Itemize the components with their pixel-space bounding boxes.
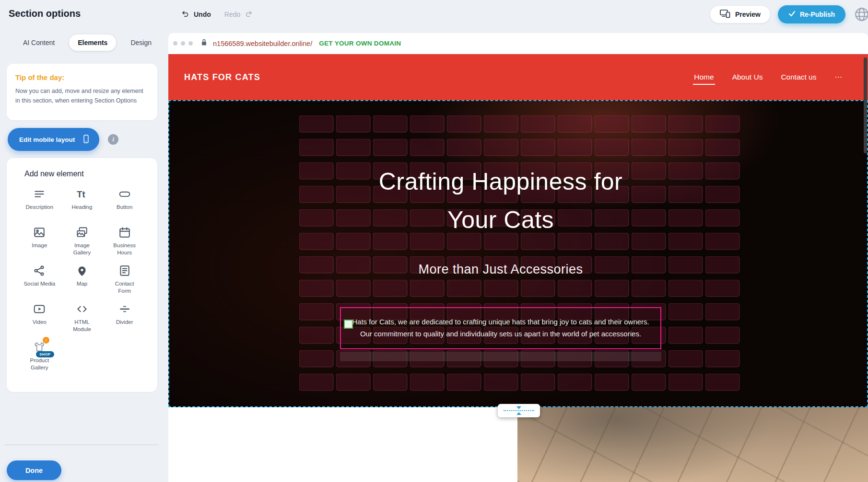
preview-button[interactable]: Preview — [710, 5, 771, 23]
panel-tabs: AI Content Elements Design — [0, 29, 168, 51]
hero-content: Crafting Happiness for Your Cats More th… — [333, 101, 669, 406]
site-logo[interactable]: HATS FOR CATS — [184, 72, 260, 82]
nav-contact-us[interactable]: Contact us — [780, 69, 817, 85]
image-gallery-icon — [76, 225, 88, 240]
element-business-hours[interactable]: Business Hours — [103, 220, 146, 259]
info-icon[interactable]: i — [108, 134, 118, 145]
element-video[interactable]: Video — [18, 297, 61, 335]
site-nav: Home About Us Contact us ⋯ — [693, 69, 843, 85]
element-grid: Description Tt Heading Button Image Imag… — [18, 182, 146, 374]
heading-icon: Tt — [76, 187, 88, 201]
element-product-gallery[interactable]: ↑ SHOP Product Gallery — [18, 335, 61, 374]
section-options-panel: AI Content Elements Design Tip of the da… — [0, 29, 168, 482]
arrow-up-icon — [516, 412, 521, 415]
shop-badge: SHOP — [36, 351, 54, 357]
hero-paragraph-line2: Our commitment to quality and individual… — [360, 328, 641, 340]
code-icon — [76, 302, 88, 316]
site-url[interactable]: n1566589.websitebuilder.online/ — [213, 40, 312, 47]
hero-paragraph-line1: Hats for Cats, we are dedicated to craft… — [352, 316, 649, 328]
element-contact-form[interactable]: Contact Form — [103, 259, 146, 297]
ghost-element-placeholder — [340, 352, 661, 361]
svg-text:Tt: Tt — [77, 189, 85, 199]
republish-button[interactable]: Re-Publish — [778, 5, 845, 23]
contact-form-icon — [118, 264, 131, 278]
hero-subtitle[interactable]: More than Just Accessories — [333, 262, 669, 277]
video-icon — [33, 302, 46, 316]
redo-icon — [244, 10, 253, 20]
element-html-module[interactable]: HTML Module — [61, 297, 104, 335]
element-description[interactable]: Description — [18, 182, 61, 220]
nav-home[interactable]: Home — [693, 69, 715, 85]
tab-elements[interactable]: Elements — [69, 34, 116, 51]
browser-chrome: n1566589.websitebuilder.online/ GET YOUR… — [168, 33, 868, 54]
selected-text-element[interactable]: Hats for Cats, we are dedicated to craft… — [340, 307, 661, 349]
preview-devices-icon — [720, 9, 730, 20]
tip-body: Now you can add, move and resize any ele… — [15, 86, 149, 105]
language-globe-icon[interactable] — [853, 5, 868, 23]
business-hours-icon — [118, 225, 131, 240]
add-element-title: Add new element — [24, 170, 146, 178]
get-domain-link[interactable]: GET YOUR OWN DOMAIN — [319, 40, 401, 47]
tab-design[interactable]: Design — [122, 34, 160, 51]
redo-button[interactable]: Redo — [224, 10, 253, 20]
app-window: Section options Undo Redo Preview Re-Pub… — [0, 0, 868, 482]
sidebar-divider — [5, 445, 159, 445]
element-image-gallery[interactable]: Image Gallery — [61, 220, 104, 259]
check-icon — [788, 11, 796, 18]
lock-icon — [200, 38, 208, 48]
nav-more-icon[interactable]: ⋯ — [834, 69, 844, 85]
editor-canvas: n1566589.websitebuilder.online/ GET YOUR… — [168, 29, 868, 482]
section-height-resize-handle[interactable] — [498, 404, 540, 417]
divider-icon — [118, 302, 131, 316]
image-icon — [33, 225, 46, 240]
undo-icon — [181, 10, 190, 20]
arrow-down-icon — [516, 406, 521, 409]
social-media-icon — [33, 264, 46, 278]
topbar-actions: Preview Re-Publish — [710, 5, 868, 23]
scrollbar-thumb[interactable] — [864, 57, 867, 153]
element-heading[interactable]: Tt Heading — [61, 182, 104, 220]
element-social-media[interactable]: Social Media — [18, 259, 61, 297]
site-header: HATS FOR CATS Home About Us Contact us ⋯ — [168, 54, 868, 100]
phone-icon — [82, 134, 91, 146]
window-dots-icon — [173, 41, 193, 46]
button-icon — [118, 187, 131, 201]
hero-title[interactable]: Crafting Happiness for Your Cats — [352, 162, 649, 239]
page-title: Section options — [9, 8, 81, 19]
map-pin-icon — [76, 264, 88, 278]
mobile-layout-row: Edit mobile layout i — [8, 128, 118, 151]
tip-title: Tip of the day: — [15, 73, 149, 81]
done-button[interactable]: Done — [7, 460, 61, 480]
product-gallery-icon: ↑ SHOP — [33, 340, 46, 355]
undo-redo-group: Undo Redo — [181, 0, 253, 29]
tab-ai-content[interactable]: AI Content — [14, 34, 63, 51]
dotted-line — [504, 410, 534, 411]
nav-about-us[interactable]: About Us — [731, 69, 764, 85]
tip-of-the-day-card: Tip of the day: Now you can add, move an… — [7, 64, 157, 120]
description-icon — [33, 187, 46, 201]
resize-handle-icon[interactable] — [344, 320, 353, 329]
element-image[interactable]: Image — [18, 220, 61, 259]
pavement-image — [517, 407, 868, 482]
upgrade-badge-icon: ↑ — [43, 337, 49, 344]
next-section — [168, 407, 868, 482]
element-button[interactable]: Button — [103, 182, 146, 220]
edit-mobile-layout-button[interactable]: Edit mobile layout — [8, 128, 99, 151]
site-preview: HATS FOR CATS Home About Us Contact us ⋯ — [168, 54, 868, 482]
add-element-card: Add new element Description Tt Heading B… — [7, 158, 157, 392]
undo-button[interactable]: Undo — [181, 10, 211, 20]
element-divider[interactable]: Divider — [103, 297, 146, 335]
topbar: Section options Undo Redo Preview Re-Pub… — [0, 0, 868, 29]
hero-section-selected[interactable]: Crafting Happiness for Your Cats More th… — [168, 100, 868, 407]
element-map[interactable]: Map — [61, 259, 104, 297]
